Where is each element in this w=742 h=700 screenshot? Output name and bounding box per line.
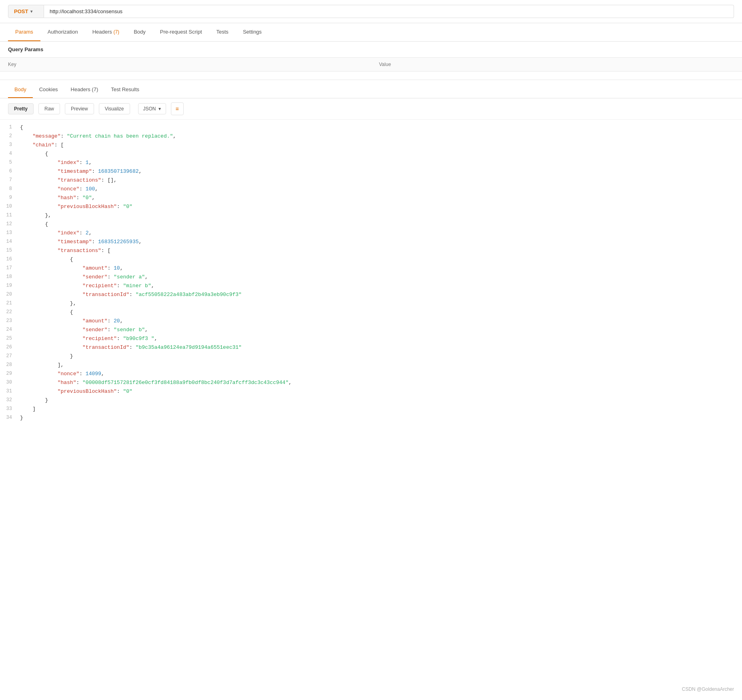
line-content: ], — [20, 361, 742, 370]
line-number: 26 — [0, 344, 20, 351]
response-tab-body[interactable]: Body — [8, 82, 33, 98]
json-line: 4 { — [0, 150, 742, 159]
line-number: 6 — [0, 168, 20, 175]
line-content: "timestamp": 1683512265935, — [20, 238, 742, 246]
line-content: { — [20, 220, 742, 229]
json-line: 8 "nonce": 100, — [0, 185, 742, 194]
json-line: 14 "timestamp": 1683512265935, — [0, 238, 742, 247]
tab-body[interactable]: Body — [126, 23, 153, 41]
line-number: 31 — [0, 388, 20, 395]
json-line: 15 "transactions": [ — [0, 247, 742, 256]
line-content: "nonce": 100, — [20, 185, 742, 194]
line-content: "amount": 10, — [20, 264, 742, 273]
line-number: 8 — [0, 185, 20, 193]
query-params-header: Query Params — [0, 42, 742, 57]
line-content: "timestamp": 1683507139682, — [20, 168, 742, 176]
json-line: 24 "sender": "sender b", — [0, 326, 742, 335]
line-number: 30 — [0, 379, 20, 386]
line-content: "nonce": 14099, — [20, 370, 742, 378]
tab-tests[interactable]: Tests — [209, 23, 236, 41]
params-table: Key Value — [0, 57, 742, 80]
tab-headers[interactable]: Headers (7) — [85, 23, 126, 41]
json-line: 11 }, — [0, 212, 742, 220]
line-content: "recipient": "miner b", — [20, 282, 742, 290]
json-line: 16 { — [0, 256, 742, 264]
json-line: 30 "hash": "00008df571572​81f26e0cf3fd84… — [0, 379, 742, 388]
view-raw-button[interactable]: Raw — [38, 103, 60, 114]
response-tab-headers[interactable]: Headers (7) — [64, 82, 105, 98]
json-line: 2 "message": "Current chain has been rep… — [0, 132, 742, 141]
line-number: 9 — [0, 194, 20, 202]
chevron-down-icon: ▾ — [158, 106, 161, 112]
line-content: { — [20, 256, 742, 264]
tab-settings[interactable]: Settings — [236, 23, 269, 41]
tab-params[interactable]: Params — [8, 23, 40, 41]
json-line: 17 "amount": 10, — [0, 264, 742, 273]
line-content: "hash": "00008df571572​81f26e0cf3fd84188… — [20, 379, 742, 387]
response-tab-test-results[interactable]: Test Results — [104, 82, 146, 98]
line-number: 18 — [0, 273, 20, 281]
json-line: 7 "transactions": [], — [0, 176, 742, 185]
json-line: 28 ], — [0, 361, 742, 370]
method-text: POST — [14, 8, 28, 14]
line-number: 29 — [0, 370, 20, 378]
json-line: 31 "previousBlockHash": "0" — [0, 388, 742, 396]
line-number: 22 — [0, 308, 20, 316]
tab-authorization[interactable]: Authorization — [40, 23, 85, 41]
format-dropdown[interactable]: JSON ▾ — [138, 103, 166, 114]
view-visualize-button[interactable]: Visualize — [99, 103, 130, 114]
json-line: 5 "index": 1, — [0, 159, 742, 168]
json-line: 29 "nonce": 14099, — [0, 370, 742, 379]
json-line: 26 "transactionId": "b9c35a4a96124ea79d9… — [0, 344, 742, 352]
tab-pre-request-script[interactable]: Pre-request Script — [153, 23, 209, 41]
line-number: 13 — [0, 229, 20, 237]
line-content: "index": 1, — [20, 159, 742, 167]
line-content: ] — [20, 405, 742, 414]
line-number: 7 — [0, 176, 20, 184]
json-line: 19 "recipient": "miner b", — [0, 282, 742, 291]
url-input[interactable] — [44, 5, 734, 18]
json-line: 33 ] — [0, 405, 742, 414]
line-number: 5 — [0, 159, 20, 166]
line-content: "message": "Current chain has been repla… — [20, 132, 742, 141]
line-number: 34 — [0, 414, 20, 422]
json-line: 13 "index": 2, — [0, 229, 742, 238]
json-viewer: 1{2 "message": "Current chain has been r… — [0, 120, 742, 427]
line-number: 1 — [0, 124, 20, 131]
line-number: 28 — [0, 361, 20, 369]
filter-icon-button[interactable]: ≡ — [171, 102, 184, 115]
line-content: }, — [20, 300, 742, 308]
json-line: 23 "amount": 20, — [0, 317, 742, 326]
line-content: } — [20, 396, 742, 405]
line-content: { — [20, 308, 742, 317]
line-content: "amount": 20, — [20, 317, 742, 326]
line-number: 21 — [0, 300, 20, 307]
response-tab-cookies[interactable]: Cookies — [33, 82, 64, 98]
line-content: "transactions": [], — [20, 176, 742, 185]
line-number: 15 — [0, 247, 20, 254]
line-number: 14 — [0, 238, 20, 246]
view-preview-button[interactable]: Preview — [65, 103, 94, 114]
line-number: 19 — [0, 282, 20, 290]
method-dropdown[interactable]: POST ▾ — [8, 5, 44, 18]
line-content: "hash": "0", — [20, 194, 742, 202]
table-row — [0, 72, 742, 80]
line-content: } — [20, 414, 742, 422]
line-content: { — [20, 124, 742, 132]
json-line: 1{ — [0, 124, 742, 132]
line-content: "sender": "sender b", — [20, 326, 742, 334]
line-number: 20 — [0, 291, 20, 298]
url-bar: POST ▾ — [0, 0, 742, 23]
line-content: "previousBlockHash": "0" — [20, 203, 742, 211]
response-toolbar: Pretty Raw Preview Visualize JSON ▾ ≡ — [0, 98, 742, 120]
view-pretty-button[interactable]: Pretty — [8, 103, 34, 114]
json-line: 25 "recipient": "b90c9f3 ", — [0, 335, 742, 344]
response-tab-bar: Body Cookies Headers (7) Test Results — [0, 82, 742, 98]
line-content: "transactions": [ — [20, 247, 742, 255]
request-tab-bar: Params Authorization Headers (7) Body Pr… — [0, 23, 742, 42]
line-content: "transactionId": "b9c35a4a96124ea79d9194… — [20, 344, 742, 352]
line-number: 17 — [0, 264, 20, 272]
line-number: 25 — [0, 335, 20, 342]
line-content: } — [20, 352, 742, 361]
line-content: "index": 2, — [20, 229, 742, 238]
